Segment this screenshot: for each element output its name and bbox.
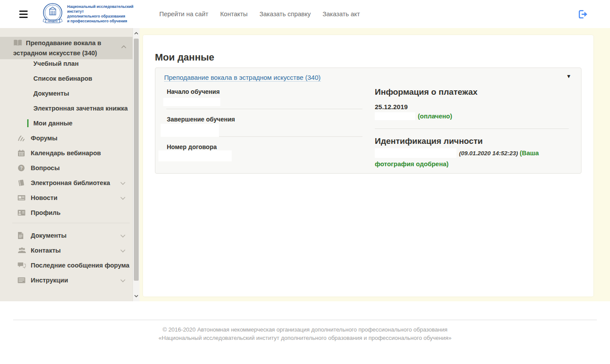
- scroll-up-icon[interactable]: [133, 30, 140, 37]
- sidebar-scrollbar[interactable]: [133, 28, 140, 301]
- instructions-icon: [18, 277, 25, 283]
- field-separator: [166, 109, 362, 109]
- identity-row: (09.01.2020 14:52:23)(Ваша фотография од…: [375, 148, 572, 170]
- sidebar-item-webinar-calendar[interactable]: Календарь вебинаров: [0, 146, 133, 161]
- document-icon: [18, 232, 24, 239]
- content-panel: Мои данные Преподавание вокала в эстрадн…: [143, 35, 593, 296]
- contacts-icon: [18, 247, 26, 254]
- redacted-value: [163, 98, 220, 106]
- sidebar-item-label: Документы: [33, 90, 69, 97]
- footer-org-name: «Национальный исследовательский институт…: [0, 335, 610, 341]
- hamburger-icon: [19, 14, 28, 15]
- nav-link-contacts[interactable]: Контакты: [220, 11, 248, 18]
- sidebar-main-menu: Форумы Календарь вебинаров ? Вопросы Эле…: [0, 131, 133, 220]
- redacted-value: [375, 148, 456, 158]
- sidebar-item-instructions[interactable]: Инструкции: [0, 273, 133, 288]
- top-navigation: Перейти на сайт Контакты Заказать справк…: [159, 11, 360, 18]
- chevron-down-icon: [120, 232, 126, 239]
- sidebar-item-label: Электронная зачетная книжка: [33, 105, 128, 112]
- nav-link-order-certificate[interactable]: Заказать справку: [259, 11, 311, 18]
- news-icon: [18, 195, 25, 201]
- header: НИИДПО Национальный исследовательский ин…: [0, 0, 610, 28]
- institute-name-line: дополнительного образования: [67, 14, 145, 19]
- sidebar-item-documents[interactable]: Документы: [0, 228, 133, 243]
- sidebar-item-e-library[interactable]: Электронная библиотека: [0, 175, 133, 190]
- sidebar-item-label: Новости: [0, 194, 72, 201]
- nav-link-order-act[interactable]: Заказать акт: [323, 11, 360, 18]
- menu-toggle-button[interactable]: [19, 11, 28, 18]
- institute-name-line: Национальный исследовательский институт: [67, 4, 145, 14]
- payment-row: (оплачено): [375, 112, 452, 120]
- sidebar-item-documents-course[interactable]: Документы: [0, 86, 133, 101]
- chevron-down-icon: [120, 277, 126, 284]
- calendar-icon: [18, 150, 25, 157]
- logout-button[interactable]: [578, 10, 588, 19]
- open-book-icon: [13, 39, 22, 49]
- institute-emblem-icon: НИИДПО: [41, 3, 65, 25]
- hamburger-icon: [19, 17, 28, 18]
- sidebar-item-label: Учебный план: [33, 60, 79, 67]
- main-area: Мои данные Преподавание вокала в эстрадн…: [140, 28, 610, 301]
- forum-icon: [18, 135, 25, 142]
- chevron-down-icon: [120, 194, 126, 201]
- chevron-down-icon: [120, 179, 126, 186]
- redacted-value: [158, 150, 232, 161]
- sidebar: Преподавание вокала в эстрадном искусств…: [0, 28, 133, 301]
- sidebar-item-latest-forum-posts[interactable]: Последние сообщения форума: [0, 258, 133, 273]
- logo-abbr: НИИДПО: [48, 20, 58, 22]
- field-label-contract-number: Номер договора: [167, 143, 217, 150]
- sidebar-item-label: Документы: [0, 232, 82, 239]
- sidebar-item-label: Список вебинаров: [33, 75, 92, 82]
- page-title: Мои данные: [155, 52, 214, 63]
- sidebar-item-curriculum[interactable]: Учебный план: [0, 56, 133, 71]
- footer-divider: [13, 320, 597, 320]
- section-separator: [375, 128, 569, 129]
- sidebar-item-label: Вопросы: [0, 164, 75, 171]
- sidebar-item-webinar-list[interactable]: Список вебинаров: [0, 71, 133, 86]
- sidebar-item-news[interactable]: Новости: [0, 190, 133, 205]
- logout-icon: [578, 10, 588, 19]
- sidebar-course-submenu: Учебный план Список вебинаров Документы …: [0, 56, 133, 131]
- payment-date: 25.12.2019: [375, 103, 408, 111]
- library-icon: [18, 179, 25, 187]
- sidebar-secondary-menu: Документы Контакты Последние сообщения ф…: [0, 228, 133, 288]
- sidebar-item-label: Мои данные: [33, 120, 72, 127]
- redacted-value: [161, 124, 219, 137]
- scroll-down-icon[interactable]: [133, 293, 140, 300]
- sidebar-item-forums[interactable]: Форумы: [0, 131, 133, 146]
- sidebar-item-label: Инструкции: [0, 277, 83, 284]
- profile-icon: [18, 210, 25, 216]
- sidebar-item-profile[interactable]: Профиль: [0, 205, 133, 220]
- scrollbar-thumb[interactable]: [134, 39, 139, 281]
- chevron-up-icon: [121, 42, 126, 51]
- sidebar-item-label: Форумы: [0, 135, 72, 142]
- identity-heading: Идентификация личности: [375, 136, 483, 146]
- field-label-end-date: Завершение обучения: [167, 116, 235, 123]
- payment-status: (оплачено): [418, 113, 452, 120]
- course-link[interactable]: Преподавание вокала в эстрадном искусств…: [164, 74, 321, 82]
- identity-timestamp: (09.01.2020 14:52:23): [459, 150, 518, 157]
- footer-copyright: © 2016-2020 Автономная некоммерческая ор…: [0, 326, 610, 333]
- collapse-caret-icon[interactable]: ▼: [566, 73, 571, 79]
- redacted-value: [375, 112, 415, 120]
- svg-text:?: ?: [20, 166, 22, 171]
- payments-heading: Информация о платежах: [375, 87, 477, 97]
- sidebar-item-questions[interactable]: ? Вопросы: [0, 161, 133, 175]
- sidebar-item-my-data[interactable]: Мои данные: [0, 116, 133, 131]
- institute-name-line: и профессионального обучения: [67, 19, 145, 24]
- institute-name: Национальный исследовательский институт …: [67, 4, 145, 24]
- institute-logo[interactable]: НИИДПО Национальный исследовательский ин…: [41, 3, 145, 25]
- messages-icon: [18, 262, 26, 269]
- chevron-down-icon: [120, 247, 126, 254]
- sidebar-item-label: Контакты: [0, 247, 75, 254]
- sidebar-divider: [12, 223, 130, 223]
- sidebar-item-contacts[interactable]: Контакты: [0, 243, 133, 258]
- hamburger-icon: [19, 11, 28, 12]
- sidebar-item-gradebook[interactable]: Электронная зачетная книжка: [0, 101, 133, 116]
- nav-link-site[interactable]: Перейти на сайт: [159, 11, 208, 18]
- sidebar-item-label: Профиль: [0, 209, 75, 216]
- course-data-card: Преподавание вокала в эстрадном искусств…: [155, 68, 581, 174]
- field-label-start-date: Начало обучения: [167, 88, 220, 95]
- sidebar-course-label: Преподавание вокала в эстрадном искусств…: [13, 39, 101, 57]
- question-icon: ?: [18, 164, 25, 172]
